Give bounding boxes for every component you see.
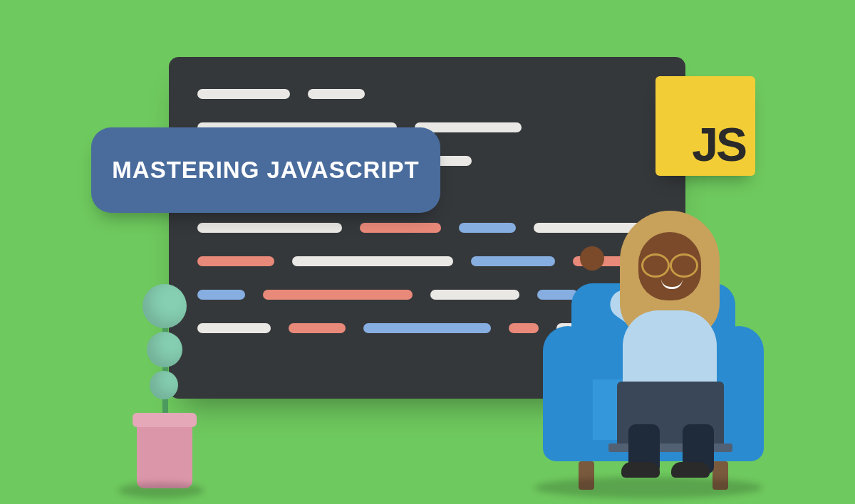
code-bar	[289, 323, 346, 333]
code-bar	[197, 89, 290, 99]
plant-decoration	[115, 282, 208, 488]
code-bar	[308, 89, 365, 99]
title-banner: Mastering JavaScript	[91, 127, 440, 213]
code-bar	[197, 323, 271, 333]
javascript-logo-badge: JS	[656, 76, 755, 176]
code-bar	[430, 290, 519, 300]
code-bar	[263, 290, 413, 300]
code-bar	[471, 256, 555, 266]
chair-shadow	[534, 477, 762, 498]
title-text: Mastering JavaScript	[112, 157, 419, 184]
code-bar	[292, 256, 453, 266]
code-bar	[509, 323, 539, 333]
person-with-laptop	[570, 204, 748, 474]
code-bar	[363, 323, 491, 333]
code-bar	[197, 223, 342, 233]
code-bar	[459, 223, 515, 233]
code-bar	[197, 256, 274, 266]
js-badge-text: JS	[692, 117, 745, 172]
code-bar	[360, 223, 441, 233]
plant-shadow	[118, 483, 204, 498]
